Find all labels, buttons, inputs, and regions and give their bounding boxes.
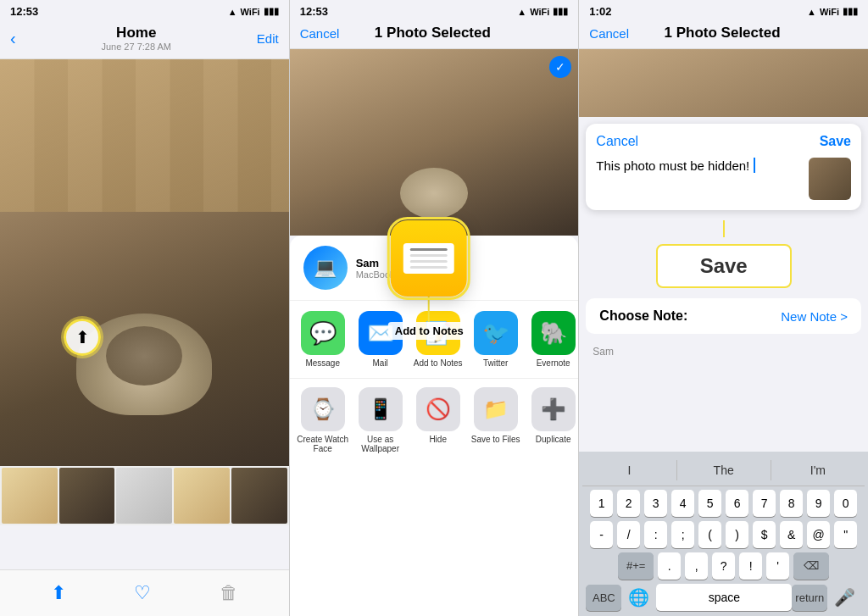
key-semicolon[interactable]: ; (671, 521, 694, 548)
compose-header: Cancel Save (596, 134, 851, 149)
key-colon[interactable]: : (644, 521, 667, 548)
photo-thumbnail (809, 158, 851, 200)
key-quote[interactable]: " (834, 521, 857, 548)
nav-bar-1: ‹ Home June 27 7:28 AM Edit (0, 21, 289, 59)
compose-cancel-btn[interactable]: Cancel (596, 134, 638, 149)
key-question[interactable]: ? (712, 552, 735, 580)
thumbnail-5[interactable] (231, 468, 287, 524)
key-space[interactable]: space (656, 584, 792, 611)
duplicate-icon: ➕ (531, 387, 576, 431)
key-return[interactable]: return (792, 585, 827, 611)
kb-row-symbols: - / : ; ( ) $ & @ " (582, 521, 865, 548)
airdrop-avatar: 💻 (303, 246, 348, 290)
hide-label: Hide (429, 435, 447, 444)
kb-row-numbers: 1 2 3 4 5 6 7 8 9 0 (582, 490, 865, 517)
new-note-button[interactable]: New Note > (781, 309, 848, 324)
main-photo: ⬆ (0, 59, 289, 466)
key-slash[interactable]: / (617, 521, 640, 548)
thumbnail-2[interactable] (59, 468, 115, 524)
thumbnail-1[interactable] (2, 468, 58, 524)
thumbnail-3[interactable] (116, 468, 172, 524)
action-watchface[interactable]: ⌚ Create Watch Face (297, 387, 349, 453)
choose-note-label: Choose Note: (599, 308, 687, 324)
action-hide[interactable]: 🚫 Hide (412, 387, 465, 453)
evernote-icon: 🐘 (531, 311, 576, 355)
share-button[interactable]: ⬆ (64, 319, 101, 356)
mic-key[interactable]: 🎤 (827, 584, 862, 611)
app-item-evernote[interactable]: 🐘 Evernote (527, 311, 579, 368)
mail-label: Mail (373, 358, 388, 368)
keyboard-suggestions: I The I'm (582, 457, 865, 486)
key-apostrophe[interactable]: ' (766, 552, 789, 580)
nav-title-1: Home (101, 25, 171, 42)
notes-compose-card: Cancel Save This photo must be hidden! (586, 124, 861, 210)
key-hash[interactable]: #+= (618, 552, 654, 580)
key-amp[interactable]: & (780, 521, 803, 548)
key-6[interactable]: 6 (726, 490, 748, 517)
edit-button[interactable]: Edit (257, 31, 279, 46)
back-button[interactable]: ‹ (10, 29, 16, 48)
status-icons-3: ▲ WiFi ▮▮▮ (807, 6, 858, 17)
app-item-message[interactable]: 💬 Message (297, 311, 349, 368)
action-duplicate[interactable]: ➕ Duplicate (527, 387, 579, 453)
share-toolbar-icon[interactable]: ⬆ (51, 582, 66, 604)
favorite-icon[interactable]: ♡ (134, 582, 151, 604)
key-8[interactable]: 8 (780, 490, 803, 517)
key-3[interactable]: 3 (644, 490, 667, 517)
key-period[interactable]: . (658, 552, 681, 580)
key-closeparen[interactable]: ) (726, 521, 748, 548)
key-4[interactable]: 4 (671, 490, 694, 517)
wallpaper-icon: 📱 (359, 387, 403, 431)
key-backspace[interactable]: ⌫ (793, 552, 829, 580)
key-0[interactable]: 0 (834, 490, 857, 517)
wifi-icon-3: WiFi (820, 7, 839, 17)
key-openparen[interactable]: ( (698, 521, 721, 548)
compose-body: This photo must be hidden! (596, 158, 851, 200)
suggestion-i[interactable]: I (582, 460, 676, 480)
action-row: ⌚ Create Watch Face 📱 Use as Wallpaper 🚫… (290, 379, 579, 462)
arrow-line-up (723, 220, 725, 237)
cancel-button-2[interactable]: Cancel (300, 26, 340, 41)
key-dash[interactable]: - (590, 521, 613, 548)
key-exclaim[interactable]: ! (739, 552, 762, 580)
action-wallpaper[interactable]: 📱 Use as Wallpaper (354, 387, 407, 453)
watchface-label: Create Watch Face (297, 435, 349, 453)
signal-icon-3: ▲ (807, 7, 816, 17)
key-2[interactable]: 2 (617, 490, 640, 517)
compose-save-btn[interactable]: Save (820, 134, 851, 149)
battery-icon-3: ▮▮▮ (843, 6, 858, 17)
callout-text: Add to Notes (388, 322, 470, 340)
hide-icon: 🚫 (416, 387, 460, 431)
key-5[interactable]: 5 (698, 490, 721, 517)
note-name-row: Sam (579, 341, 868, 363)
bottom-toolbar: ⬆ ♡ 🗑 (0, 569, 289, 616)
key-7[interactable]: 7 (753, 490, 776, 517)
delete-icon[interactable]: 🗑 (220, 582, 238, 604)
app-item-twitter[interactable]: 🐦 Twitter (470, 311, 522, 368)
globe-key[interactable]: 🌐 (621, 584, 656, 611)
suggestion-the[interactable]: The (676, 460, 771, 480)
floor-texture (0, 59, 289, 212)
compose-text-area[interactable]: This photo must be hidden! (596, 158, 800, 174)
cursor (754, 158, 755, 173)
kb-row-misc: #+= . , ? ! ' ⌫ (582, 552, 865, 580)
status-bar-1: 12:53 ▲ WiFi ▮▮▮ (0, 0, 289, 21)
time-2: 12:53 (300, 5, 328, 18)
key-comma[interactable]: , (685, 552, 708, 580)
key-abc[interactable]: ABC (586, 585, 621, 611)
battery-icon-2: ▮▮▮ (553, 6, 568, 17)
panel-share: 12:53 ▲ WiFi ▮▮▮ Cancel 1 Photo Selected… (289, 0, 579, 616)
key-9[interactable]: 9 (807, 490, 830, 517)
nav-title-3: 1 Photo Selected (629, 25, 815, 42)
save-highlight-button[interactable]: Save (656, 244, 792, 288)
key-1[interactable]: 1 (590, 490, 613, 517)
cancel-button-3[interactable]: Cancel (589, 26, 629, 41)
duplicate-label: Duplicate (536, 435, 571, 444)
thumbnail-4[interactable] (174, 468, 230, 524)
suggestion-im[interactable]: I'm (771, 460, 865, 480)
wifi-icon-2: WiFi (530, 7, 549, 17)
status-icons-2: ▲ WiFi ▮▮▮ (517, 6, 568, 17)
action-save-files[interactable]: 📁 Save to Files (470, 387, 522, 453)
key-at[interactable]: @ (807, 521, 830, 548)
key-dollar[interactable]: $ (753, 521, 776, 548)
